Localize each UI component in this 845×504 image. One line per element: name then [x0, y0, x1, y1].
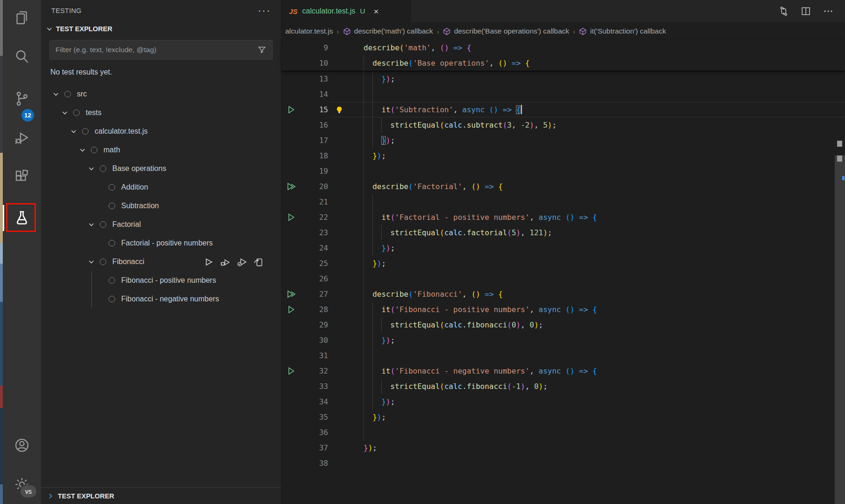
debug-test-icon[interactable] [220, 257, 230, 267]
tree-chevron-icon[interactable] [52, 90, 64, 98]
code-text[interactable]: describe('math', () => { [350, 40, 845, 55]
source-control-icon[interactable] [10, 87, 34, 111]
test-tree-item-addition[interactable]: Addition [41, 178, 281, 197]
code-text[interactable]: }); [350, 409, 845, 425]
test-tree-item-math[interactable]: math [41, 141, 281, 159]
code-text[interactable] [350, 194, 845, 210]
code-line-19[interactable]: 19 [282, 163, 845, 179]
tab-calculator-test-js[interactable]: JS calculator.test.js U × [282, 0, 411, 22]
tree-chevron-icon[interactable] [88, 165, 100, 172]
code-line-30[interactable]: 30}); [282, 333, 845, 348]
account-icon[interactable] [10, 433, 34, 457]
gutter-run-slot[interactable] [282, 210, 300, 225]
split-editor-icon[interactable] [800, 6, 811, 17]
gutter-run-slot[interactable] [282, 286, 300, 302]
goto-test-icon[interactable] [254, 257, 263, 267]
test-tree-item-tests[interactable]: tests [41, 103, 281, 122]
code-text[interactable]: strictEqual(calc.fibonacci(0), 0); [350, 317, 845, 333]
vertical-scrollbar[interactable] [835, 155, 845, 504]
filter-funnel-icon[interactable] [257, 45, 267, 54]
tree-chevron-icon[interactable] [79, 146, 91, 154]
code-text[interactable]: it('Fibonacci - positive numbers', async… [350, 302, 845, 317]
code-text[interactable] [350, 271, 845, 286]
code-line-37[interactable]: 37}); [282, 440, 845, 456]
gutter-run-slot[interactable] [282, 302, 300, 317]
breadcrumb-item[interactable]: describe('math') callback [343, 27, 433, 35]
code-text[interactable]: strictEqual(calc.fibonacci(-1), 0); [350, 379, 845, 394]
code-line-16[interactable]: 16strictEqual(calc.subtract(3, -2), 5); [282, 117, 845, 133]
run-test-icon[interactable] [203, 257, 213, 267]
code-line-27[interactable]: 27describe('Fibonacci', () => { [282, 286, 845, 302]
code-text[interactable]: describe('Base operations', () => { [350, 55, 845, 71]
code-text[interactable]: }); [350, 440, 845, 456]
test-filter-input[interactable] [55, 46, 257, 54]
test-explorer-bottom-section[interactable]: TEST EXPLORER [41, 487, 281, 504]
test-tree-item-base-operations[interactable]: Base operations [41, 159, 281, 178]
code-line-17[interactable]: 17}); [282, 133, 845, 148]
code-text[interactable]: }); [350, 333, 845, 348]
run-with-coverage-icon[interactable] [237, 257, 247, 267]
run-and-debug-icon[interactable] [10, 126, 34, 150]
code-line-25[interactable]: 25}); [282, 256, 845, 271]
run-tests-gutter-icon[interactable] [287, 182, 295, 191]
test-tree-item-fibonacci[interactable]: Fibonacci [41, 252, 281, 271]
code-line-32[interactable]: 32it('Fibonacci - negative numbers', asy… [282, 363, 845, 379]
gutter-run-slot[interactable] [282, 179, 300, 194]
code-text[interactable] [350, 456, 845, 471]
tree-chevron-icon[interactable] [61, 109, 73, 116]
code-text[interactable]: describe('Fibonacci', () => { [350, 286, 845, 302]
code-line-35[interactable]: 35}); [282, 409, 845, 425]
run-tests-gutter-icon[interactable] [287, 290, 295, 299]
code-text[interactable]: it('Factorial - positive numbers', async… [350, 210, 845, 225]
code-text[interactable]: }); [350, 240, 845, 256]
code-text[interactable] [350, 87, 845, 102]
code-line-20[interactable]: 20describe('Factorial', () => { [282, 179, 845, 194]
code-line-14[interactable]: 14 [282, 87, 845, 102]
test-tree-item-fibonacci-negative-numbers[interactable]: Fibonacci - negative numbers [41, 290, 281, 308]
code-line-38[interactable]: 38 [282, 456, 845, 471]
sticky-scroll[interactable]: 9describe('math', () => {10describe('Bas… [282, 40, 845, 71]
code-line-36[interactable]: 36 [282, 425, 845, 440]
code-text[interactable]: strictEqual(calc.factorial(5), 121); [350, 225, 845, 240]
extensions-icon[interactable] [10, 165, 34, 189]
code-line-23[interactable]: 23strictEqual(calc.factorial(5), 121); [282, 225, 845, 240]
code-text[interactable]: it('Subtraction', async () => { [350, 102, 845, 117]
code-line-18[interactable]: 18}); [282, 148, 845, 163]
test-explorer-section-header[interactable]: TEST EXPLORER [41, 21, 281, 36]
run-test-gutter-icon[interactable] [287, 305, 295, 314]
code-line-26[interactable]: 26 [282, 271, 845, 286]
code-text[interactable]: }); [350, 71, 845, 87]
test-tree-item-factorial-positive-numbers[interactable]: Factorial - positive numbers [41, 234, 281, 252]
code-line-24[interactable]: 24}); [282, 240, 845, 256]
test-tree-item-fibonacci-positive-numbers[interactable]: Fibonacci - positive numbers [41, 271, 281, 290]
breadcrumb-item[interactable]: it('Subtraction') callback [579, 27, 666, 35]
test-tree-item-calculator-test-js[interactable]: calculator.test.js [41, 122, 281, 141]
code-line-29[interactable]: 29strictEqual(calc.fibonacci(0), 0); [282, 317, 845, 333]
code-line-9[interactable]: 9describe('math', () => { [282, 40, 845, 55]
code-text[interactable]: }); [350, 394, 845, 409]
code-line-15[interactable]: 15it('Subtraction', async () => { [282, 102, 845, 117]
test-tree-item-subtraction[interactable]: Subtraction [41, 197, 281, 215]
run-test-gutter-icon[interactable] [287, 213, 295, 222]
code-line-21[interactable]: 21 [282, 194, 845, 210]
code-line-10[interactable]: 10describe('Base operations', () => { [282, 55, 845, 71]
tree-chevron-icon[interactable] [88, 258, 100, 266]
code-line-22[interactable]: 22it('Factorial - positive numbers', asy… [282, 210, 845, 225]
code-line-13[interactable]: 13}); [282, 71, 845, 87]
tree-chevron-icon[interactable] [70, 128, 82, 135]
code-text[interactable]: }); [350, 256, 845, 271]
code-editor[interactable]: 9describe('math', () => {10describe('Bas… [282, 40, 845, 504]
more-actions-icon[interactable] [823, 6, 834, 17]
code-text[interactable]: }); [350, 133, 845, 148]
open-changes-icon[interactable] [778, 6, 789, 17]
code-text[interactable]: describe('Factorial', () => { [350, 179, 845, 194]
test-tree-item-src[interactable]: src [41, 85, 281, 103]
code-line-28[interactable]: 28it('Fibonacci - positive numbers', asy… [282, 302, 845, 317]
code-text[interactable]: strictEqual(calc.subtract(3, -2), 5); [350, 117, 845, 133]
gutter-run-slot[interactable] [282, 102, 300, 117]
code-line-33[interactable]: 33strictEqual(calc.fibonacci(-1), 0); [282, 379, 845, 394]
tree-chevron-icon[interactable] [88, 221, 100, 228]
search-icon[interactable] [10, 45, 34, 69]
code-line-34[interactable]: 34}); [282, 394, 845, 409]
gutter-run-slot[interactable] [282, 363, 300, 379]
